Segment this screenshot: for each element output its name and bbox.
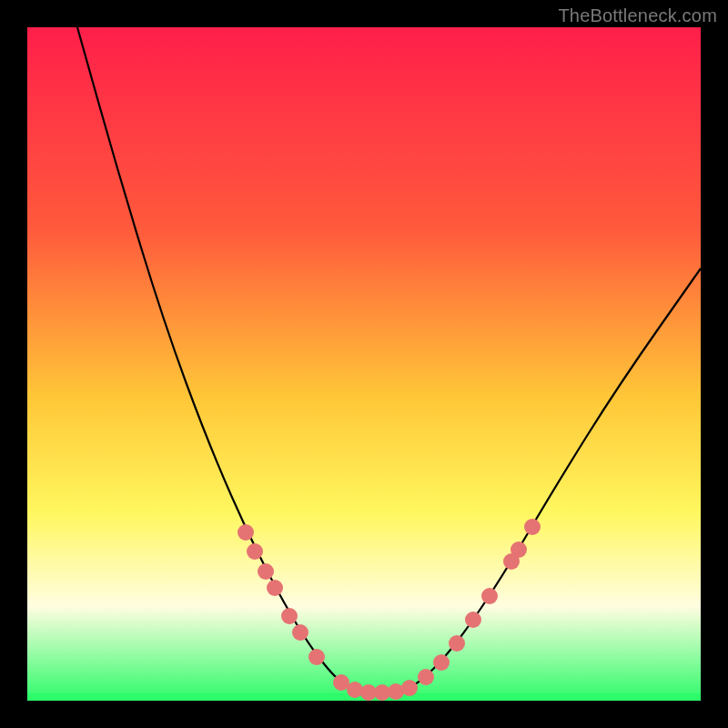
data-dot: [511, 541, 527, 558]
data-dot: [292, 624, 308, 641]
data-dots-group: [238, 519, 541, 701]
data-dot: [308, 649, 325, 665]
bottleneck-curve-svg: [27, 27, 701, 701]
data-dot: [433, 654, 450, 671]
data-dot: [247, 543, 263, 560]
data-dot: [465, 612, 481, 628]
bottleneck-curve: [77, 27, 701, 693]
data-dot: [267, 580, 283, 596]
data-dot: [481, 588, 498, 604]
data-dot: [418, 669, 434, 685]
data-dot: [401, 680, 418, 696]
data-dot: [524, 519, 541, 535]
chart-frame: TheBottleneck.com: [0, 0, 728, 728]
watermark-text: TheBottleneck.com: [558, 5, 717, 26]
data-dot: [238, 524, 254, 541]
data-dot: [347, 682, 363, 698]
data-dot: [449, 635, 465, 652]
data-dot: [258, 563, 274, 580]
data-dot: [281, 608, 298, 624]
gradient-plot-area: [27, 27, 701, 701]
